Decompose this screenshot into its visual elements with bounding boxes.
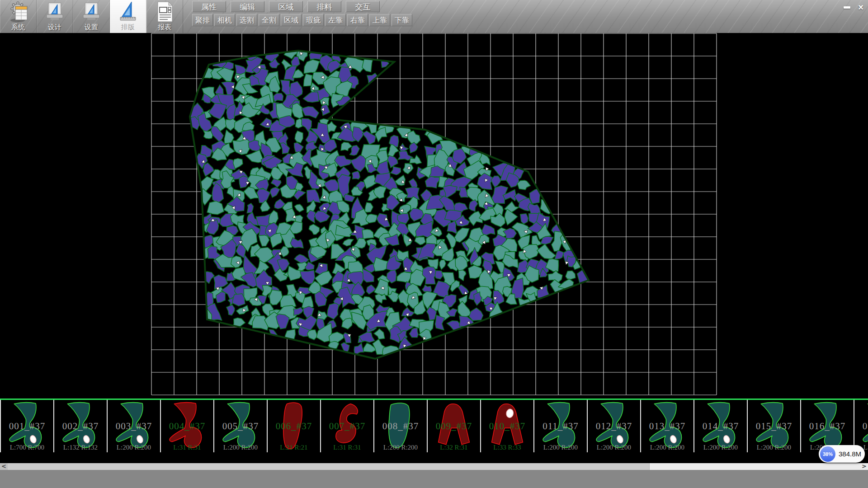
piece-thumbnail-017_#37[interactable]: 017_#37L:200 R:200: [854, 400, 868, 452]
piece-thumbnail-005_#37[interactable]: 005_#37L:200 R:200: [213, 400, 267, 452]
layout-ruler-icon: [118, 1, 138, 23]
minimize-button[interactable]: [841, 2, 853, 13]
design-laptop-icon: [44, 1, 65, 23]
tool-button-右靠[interactable]: 右靠: [347, 14, 368, 26]
piece-thumbnail-016_#37[interactable]: 016_#37L:200 R:200: [800, 400, 854, 452]
piece-id-label: 009_#37: [428, 421, 480, 432]
tool-button-选割[interactable]: 选割: [236, 14, 257, 26]
piece-id-label: 003_#37: [108, 421, 160, 432]
app-button-排版[interactable]: 排版: [110, 0, 146, 33]
menu-buttons: 聚排相机选割全割区域瑕疵左靠右靠上靠下靠: [192, 14, 412, 26]
close-icon: ×: [858, 2, 863, 13]
pieces-thumbnail-strip: 001_#37L:700 R:700002_#37L:132 R:132003_…: [0, 399, 868, 453]
piece-lr-count-label: L:132 R:132: [54, 444, 107, 451]
minimize-icon: [844, 6, 850, 9]
piece-id-label: 015_#37: [748, 421, 800, 432]
piece-id-label: 004_#37: [161, 421, 213, 432]
settings-laptop-icon: [81, 1, 102, 23]
piece-thumbnail-009_#37[interactable]: 009_#37L:32 R:31: [427, 400, 480, 452]
progress-percent-badge: 38%: [820, 446, 835, 462]
piece-lr-count-label: L:200 R:200: [108, 444, 160, 451]
nesting-canvas[interactable]: [0, 33, 868, 399]
piece-id-label: 013_#37: [641, 421, 693, 432]
piece-lr-count-label: L:200 R:200: [694, 444, 747, 451]
app-button-系统[interactable]: 系统: [0, 0, 37, 33]
app-button-label: 排版: [121, 23, 135, 32]
piece-lr-count-label: L:31 R:31: [161, 444, 213, 451]
piece-id-label: 008_#37: [374, 421, 427, 432]
piece-id-label: 002_#37: [54, 421, 107, 432]
piece-thumbnail-014_#37[interactable]: 014_#37L:200 R:200: [693, 400, 747, 452]
menu-block: 属性编辑区域排料交互 聚排相机选割全割区域瑕疵左靠右靠上靠下靠: [192, 1, 412, 26]
piece-thumbnail-003_#37[interactable]: 003_#37L:200 R:200: [107, 400, 160, 452]
scroll-left-arrow-icon[interactable]: <: [0, 463, 8, 470]
piece-id-label: 007_#37: [321, 421, 373, 432]
piece-lr-count-label: L:31 R:31: [321, 444, 373, 451]
piece-lr-count-label: L:200 R:200: [748, 444, 800, 451]
piece-thumbnail-002_#37[interactable]: 002_#37L:132 R:132: [53, 400, 107, 452]
scrollbar-thumb[interactable]: [8, 463, 650, 470]
status-bar: [0, 470, 868, 488]
menu-tab-交互[interactable]: 交互: [346, 1, 380, 12]
piece-id-label: 017_#37: [854, 421, 868, 432]
piece-lr-count-label: L:200 R:200: [214, 444, 267, 451]
piece-lr-count-label: L:200 R:200: [588, 444, 640, 451]
tool-button-全割[interactable]: 全割: [259, 14, 279, 26]
report-document-icon: [154, 1, 175, 23]
app-button-label: 设计: [48, 23, 61, 32]
piece-lr-count-label: L:200 R:200: [641, 444, 693, 451]
piece-thumbnail-008_#37[interactable]: 008_#37L:200 R:200: [373, 400, 427, 452]
piece-lr-count-label: L:33 R:33: [481, 444, 533, 451]
piece-lr-count-label: L:32 R:31: [428, 444, 480, 451]
scroll-right-arrow-icon[interactable]: >: [860, 463, 868, 470]
app-button-设置[interactable]: 设置: [73, 0, 110, 33]
piece-thumbnail-012_#37[interactable]: 012_#37L:200 R:200: [587, 400, 640, 452]
app-toolbar: 系统设计设置排版报表: [0, 0, 183, 33]
progress-size-label: 384.8M: [839, 450, 861, 458]
piece-id-label: 006_#37: [268, 421, 320, 432]
menu-tab-编辑[interactable]: 编辑: [231, 1, 264, 12]
piece-thumbnail-013_#37[interactable]: 013_#37L:200 R:200: [640, 400, 693, 452]
tool-button-下靠[interactable]: 下靠: [392, 14, 412, 26]
tool-button-左靠[interactable]: 左靠: [325, 14, 346, 26]
piece-id-label: 011_#37: [534, 421, 587, 432]
piece-thumbnail-015_#37[interactable]: 015_#37L:200 R:200: [747, 400, 800, 452]
close-button[interactable]: ×: [855, 2, 867, 13]
piece-thumbnail-006_#37[interactable]: 006_#37L:21 R:21: [267, 400, 320, 452]
app-button-label: 系统: [11, 23, 25, 32]
app-button-label: 设置: [85, 23, 98, 32]
system-gear-icon: [8, 1, 28, 23]
piece-id-label: 012_#37: [588, 421, 640, 432]
menu-tab-属性[interactable]: 属性: [192, 1, 226, 12]
menu-tab-区域[interactable]: 区域: [269, 1, 303, 12]
piece-thumbnail-011_#37[interactable]: 011_#37L:200 R:200: [533, 400, 587, 452]
piece-thumbnail-004_#37[interactable]: 004_#37L:31 R:31: [160, 400, 213, 452]
tool-button-相机[interactable]: 相机: [214, 14, 235, 26]
nest-drawing: [0, 33, 868, 399]
tool-button-聚排[interactable]: 聚排: [192, 14, 213, 26]
piece-thumbnail-010_#37[interactable]: 010_#37L:33 R:33: [480, 400, 533, 452]
app-button-label: 报表: [158, 23, 171, 32]
tool-button-区域[interactable]: 区域: [281, 14, 302, 26]
app-button-报表[interactable]: 报表: [146, 0, 183, 33]
piece-id-label: 001_#37: [1, 421, 53, 432]
progress-pill[interactable]: 38% 384.8M: [819, 445, 865, 463]
piece-id-label: 010_#37: [481, 421, 533, 432]
tool-button-上靠[interactable]: 上靠: [369, 14, 390, 26]
window-controls: ×: [841, 2, 867, 13]
app-button-设计[interactable]: 设计: [37, 0, 73, 33]
piece-id-label: 014_#37: [694, 421, 747, 432]
menu-tab-排料[interactable]: 排料: [307, 1, 341, 12]
piece-id-label: 016_#37: [801, 421, 854, 432]
piece-id-label: 005_#37: [214, 421, 267, 432]
tool-button-瑕疵[interactable]: 瑕疵: [303, 14, 324, 26]
piece-thumbnail-001_#37[interactable]: 001_#37L:700 R:700: [0, 400, 53, 452]
piece-thumbnail-007_#37[interactable]: 007_#37L:31 R:31: [320, 400, 373, 452]
title-toolbar: 系统设计设置排版报表 属性编辑区域排料交互 聚排相机选割全割区域瑕疵左靠右靠上靠…: [0, 0, 868, 33]
application-window: 系统设计设置排版报表 属性编辑区域排料交互 聚排相机选割全割区域瑕疵左靠右靠上靠…: [0, 0, 868, 488]
menu-tabs: 属性编辑区域排料交互: [192, 1, 412, 12]
piece-lr-count-label: L:700 R:700: [1, 444, 53, 451]
piece-lr-count-label: L:200 R:200: [374, 444, 427, 451]
piece-lr-count-label: L:200 R:200: [534, 444, 587, 451]
horizontal-scrollbar[interactable]: < >: [0, 463, 868, 470]
